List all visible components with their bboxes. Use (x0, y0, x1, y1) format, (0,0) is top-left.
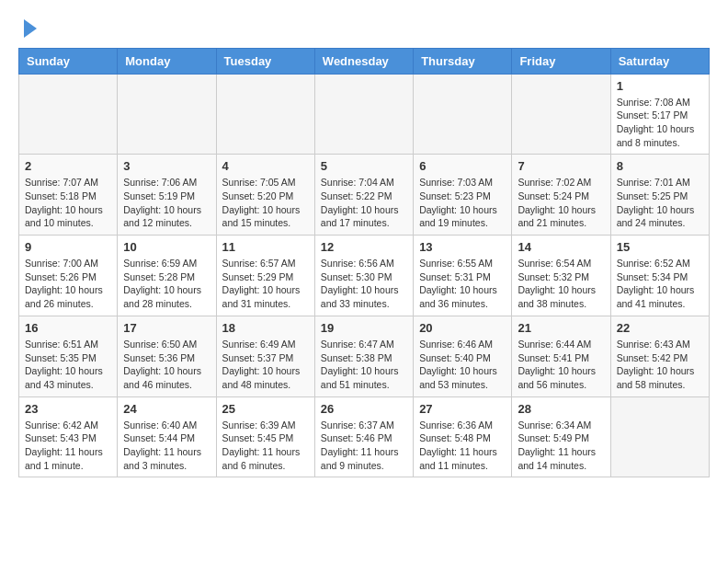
day-number: 12 (321, 240, 407, 254)
calendar-cell: 21Sunrise: 6:44 AM Sunset: 5:41 PM Dayli… (512, 316, 610, 396)
day-info: Sunrise: 6:40 AM Sunset: 5:44 PM Dayligh… (123, 419, 210, 473)
day-info: Sunrise: 7:03 AM Sunset: 5:23 PM Dayligh… (419, 176, 506, 230)
calendar-cell: 20Sunrise: 6:46 AM Sunset: 5:40 PM Dayli… (414, 316, 512, 396)
logo-arrow-icon (24, 19, 37, 38)
calendar-cell (19, 74, 118, 155)
day-number: 13 (419, 240, 506, 254)
day-number: 22 (617, 321, 703, 335)
day-number: 17 (123, 321, 210, 335)
day-info: Sunrise: 6:39 AM Sunset: 5:45 PM Dayligh… (222, 419, 309, 473)
day-number: 19 (321, 321, 407, 335)
day-number: 28 (518, 402, 604, 416)
calendar-cell: 28Sunrise: 6:34 AM Sunset: 5:49 PM Dayli… (512, 396, 610, 477)
day-info: Sunrise: 6:50 AM Sunset: 5:36 PM Dayligh… (123, 338, 210, 392)
day-number: 26 (321, 402, 407, 416)
calendar-cell: 13Sunrise: 6:55 AM Sunset: 5:31 PM Dayli… (414, 236, 512, 316)
day-number: 21 (518, 321, 604, 335)
calendar-cell: 14Sunrise: 6:54 AM Sunset: 5:32 PM Dayli… (512, 236, 610, 316)
day-number: 5 (321, 159, 407, 173)
calendar-table: SundayMondayTuesdayWednesdayThursdayFrid… (18, 48, 710, 478)
page-header (18, 18, 710, 39)
day-info: Sunrise: 7:08 AM Sunset: 5:17 PM Dayligh… (617, 96, 703, 150)
day-info: Sunrise: 7:02 AM Sunset: 5:24 PM Dayligh… (518, 176, 604, 230)
calendar-cell (216, 74, 314, 155)
day-number: 10 (123, 240, 210, 254)
calendar-cell: 26Sunrise: 6:37 AM Sunset: 5:46 PM Dayli… (314, 396, 413, 477)
calendar-cell: 27Sunrise: 6:36 AM Sunset: 5:48 PM Dayli… (414, 396, 512, 477)
day-number: 1 (617, 79, 703, 93)
day-info: Sunrise: 6:34 AM Sunset: 5:49 PM Dayligh… (518, 419, 604, 473)
calendar-cell: 22Sunrise: 6:43 AM Sunset: 5:42 PM Dayli… (610, 316, 709, 396)
day-number: 8 (617, 159, 703, 173)
weekday-header-tuesday: Tuesday (216, 48, 314, 74)
logo (18, 18, 37, 39)
weekday-header-sunday: Sunday (19, 48, 118, 74)
weekday-header-monday: Monday (118, 48, 216, 74)
day-info: Sunrise: 6:36 AM Sunset: 5:48 PM Dayligh… (419, 419, 506, 473)
day-number: 9 (25, 240, 111, 254)
calendar-cell: 3Sunrise: 7:06 AM Sunset: 5:19 PM Daylig… (118, 155, 216, 236)
day-info: Sunrise: 7:06 AM Sunset: 5:19 PM Dayligh… (123, 176, 210, 230)
weekday-header-saturday: Saturday (610, 48, 709, 74)
day-info: Sunrise: 6:55 AM Sunset: 5:31 PM Dayligh… (419, 257, 506, 311)
calendar-cell: 6Sunrise: 7:03 AM Sunset: 5:23 PM Daylig… (414, 155, 512, 236)
weekday-header-wednesday: Wednesday (314, 48, 413, 74)
day-number: 6 (419, 159, 506, 173)
day-number: 24 (123, 402, 210, 416)
day-number: 18 (222, 321, 309, 335)
day-info: Sunrise: 6:59 AM Sunset: 5:28 PM Dayligh… (123, 257, 210, 311)
day-info: Sunrise: 6:46 AM Sunset: 5:40 PM Dayligh… (419, 338, 506, 392)
day-info: Sunrise: 6:42 AM Sunset: 5:43 PM Dayligh… (25, 419, 111, 473)
day-number: 16 (25, 321, 111, 335)
calendar-cell (610, 396, 709, 477)
day-info: Sunrise: 6:56 AM Sunset: 5:30 PM Dayligh… (321, 257, 407, 311)
calendar-cell: 24Sunrise: 6:40 AM Sunset: 5:44 PM Dayli… (118, 396, 216, 477)
calendar-week-row: 9Sunrise: 7:00 AM Sunset: 5:26 PM Daylig… (19, 236, 710, 316)
day-info: Sunrise: 6:47 AM Sunset: 5:38 PM Dayligh… (321, 338, 407, 392)
day-number: 14 (518, 240, 604, 254)
calendar-cell: 10Sunrise: 6:59 AM Sunset: 5:28 PM Dayli… (118, 236, 216, 316)
day-number: 20 (419, 321, 506, 335)
day-info: Sunrise: 6:49 AM Sunset: 5:37 PM Dayligh… (222, 338, 309, 392)
weekday-header-friday: Friday (512, 48, 610, 74)
calendar-week-row: 2Sunrise: 7:07 AM Sunset: 5:18 PM Daylig… (19, 155, 710, 236)
calendar-cell (314, 74, 413, 155)
day-number: 25 (222, 402, 309, 416)
calendar-cell: 5Sunrise: 7:04 AM Sunset: 5:22 PM Daylig… (314, 155, 413, 236)
day-info: Sunrise: 6:37 AM Sunset: 5:46 PM Dayligh… (321, 419, 407, 473)
day-number: 2 (25, 159, 111, 173)
day-info: Sunrise: 7:01 AM Sunset: 5:25 PM Dayligh… (617, 176, 703, 230)
day-number: 27 (419, 402, 506, 416)
day-number: 4 (222, 159, 309, 173)
calendar-week-row: 1Sunrise: 7:08 AM Sunset: 5:17 PM Daylig… (19, 74, 710, 155)
calendar-cell: 4Sunrise: 7:05 AM Sunset: 5:20 PM Daylig… (216, 155, 314, 236)
day-info: Sunrise: 6:44 AM Sunset: 5:41 PM Dayligh… (518, 338, 604, 392)
calendar-cell: 19Sunrise: 6:47 AM Sunset: 5:38 PM Dayli… (314, 316, 413, 396)
calendar-cell: 2Sunrise: 7:07 AM Sunset: 5:18 PM Daylig… (19, 155, 118, 236)
day-info: Sunrise: 6:57 AM Sunset: 5:29 PM Dayligh… (222, 257, 309, 311)
calendar-cell: 17Sunrise: 6:50 AM Sunset: 5:36 PM Dayli… (118, 316, 216, 396)
calendar-cell: 8Sunrise: 7:01 AM Sunset: 5:25 PM Daylig… (610, 155, 709, 236)
day-info: Sunrise: 7:05 AM Sunset: 5:20 PM Dayligh… (222, 176, 309, 230)
day-info: Sunrise: 6:52 AM Sunset: 5:34 PM Dayligh… (617, 257, 703, 311)
calendar-cell: 11Sunrise: 6:57 AM Sunset: 5:29 PM Dayli… (216, 236, 314, 316)
day-number: 23 (25, 402, 111, 416)
calendar-cell: 1Sunrise: 7:08 AM Sunset: 5:17 PM Daylig… (610, 74, 709, 155)
calendar-cell: 9Sunrise: 7:00 AM Sunset: 5:26 PM Daylig… (19, 236, 118, 316)
calendar-cell: 12Sunrise: 6:56 AM Sunset: 5:30 PM Dayli… (314, 236, 413, 316)
weekday-header-thursday: Thursday (414, 48, 512, 74)
calendar-cell (512, 74, 610, 155)
weekday-header-row: SundayMondayTuesdayWednesdayThursdayFrid… (19, 48, 710, 74)
calendar-cell: 23Sunrise: 6:42 AM Sunset: 5:43 PM Dayli… (19, 396, 118, 477)
calendar-cell (414, 74, 512, 155)
calendar-cell: 18Sunrise: 6:49 AM Sunset: 5:37 PM Dayli… (216, 316, 314, 396)
day-number: 11 (222, 240, 309, 254)
day-number: 7 (518, 159, 604, 173)
day-number: 15 (617, 240, 703, 254)
day-info: Sunrise: 7:04 AM Sunset: 5:22 PM Dayligh… (321, 176, 407, 230)
day-info: Sunrise: 7:00 AM Sunset: 5:26 PM Dayligh… (25, 257, 111, 311)
day-info: Sunrise: 6:43 AM Sunset: 5:42 PM Dayligh… (617, 338, 703, 392)
calendar-cell (118, 74, 216, 155)
day-info: Sunrise: 7:07 AM Sunset: 5:18 PM Dayligh… (25, 176, 111, 230)
day-number: 3 (123, 159, 210, 173)
